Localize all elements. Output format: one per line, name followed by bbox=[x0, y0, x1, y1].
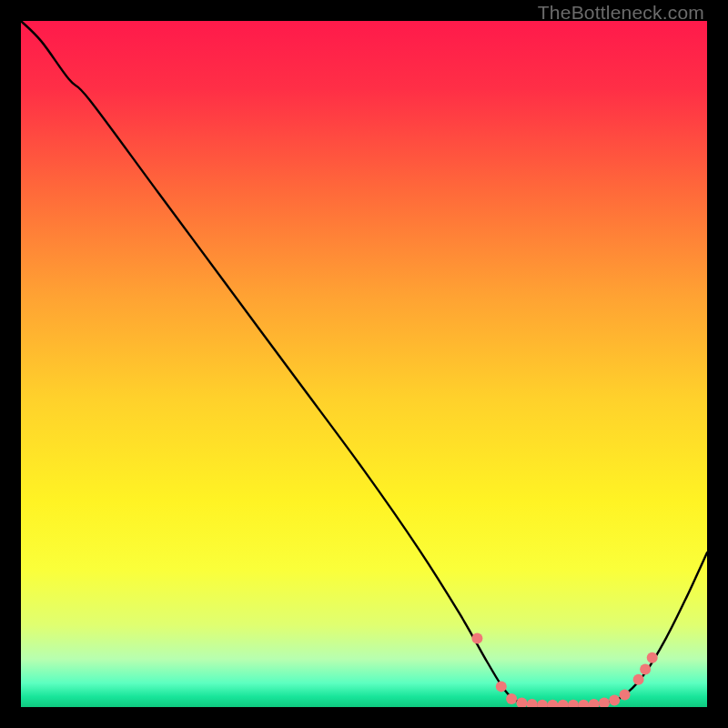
data-marker bbox=[640, 664, 651, 675]
bottleneck-chart bbox=[21, 21, 707, 707]
data-marker bbox=[471, 633, 482, 644]
data-marker bbox=[633, 674, 644, 685]
data-marker bbox=[647, 652, 658, 663]
data-marker bbox=[620, 689, 631, 700]
data-marker bbox=[496, 681, 507, 692]
watermark-label: TheBottleneck.com bbox=[538, 2, 704, 24]
chart-frame bbox=[21, 21, 707, 707]
gradient-background bbox=[21, 21, 707, 707]
data-marker bbox=[506, 693, 517, 704]
data-marker bbox=[609, 694, 620, 705]
